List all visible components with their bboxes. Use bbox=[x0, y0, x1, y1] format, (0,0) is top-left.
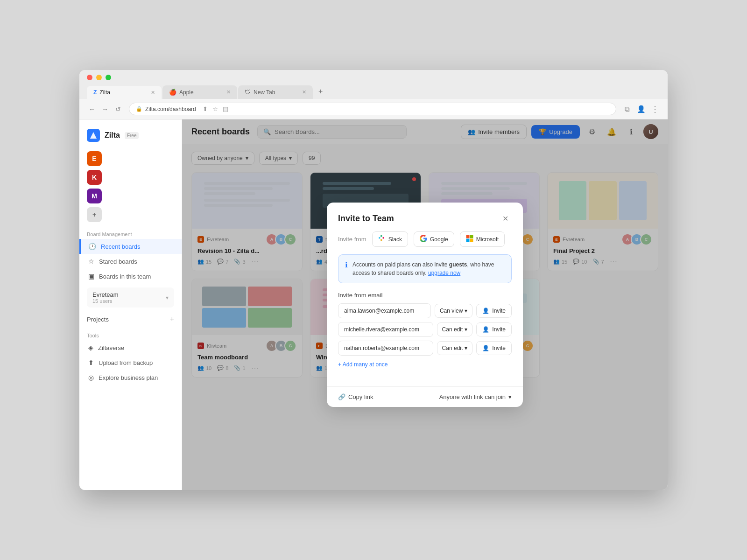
tab-zilta[interactable]: Z Zilta ✕ bbox=[87, 86, 162, 99]
link-access-dropdown[interactable]: Anyone with link can join ▾ bbox=[439, 393, 512, 400]
share-icon[interactable]: ⬆ bbox=[203, 105, 208, 112]
tab-apple[interactable]: 🍎 Apple ✕ bbox=[162, 85, 237, 99]
sidebar-item-starred-label: Stared boards bbox=[99, 258, 137, 265]
google-provider-button[interactable]: Google bbox=[414, 231, 454, 247]
add-team-btn[interactable]: + bbox=[87, 207, 102, 222]
tab-apple-close[interactable]: ✕ bbox=[226, 89, 231, 95]
team-e-avatar: E bbox=[87, 151, 102, 166]
sidebar-item-ziltaverse-label: Ziltaverse bbox=[98, 344, 124, 351]
slack-provider-button[interactable]: Slack bbox=[372, 231, 408, 247]
tabs-bar: Z Zilta ✕ 🍎 Apple ✕ 🛡 New Tab ✕ + bbox=[87, 84, 660, 99]
url-text: Zilta.com/dashboard bbox=[145, 106, 196, 112]
invite-email-input-2[interactable] bbox=[338, 322, 433, 337]
modal-body: Invite from bbox=[327, 231, 523, 386]
invite-person-icon-1: 👤 bbox=[482, 308, 489, 314]
sidebar-item-recent-label: Recent boards bbox=[101, 243, 141, 250]
slack-icon bbox=[378, 235, 386, 244]
sidebar-item-ziltaverse[interactable]: ◈ Ziltaverse bbox=[79, 340, 182, 355]
link-icon: 🔗 bbox=[338, 393, 345, 400]
add-many-button[interactable]: + Add many at once bbox=[338, 359, 512, 370]
window-controls bbox=[87, 75, 660, 80]
star-icon[interactable]: ☆ bbox=[212, 105, 218, 112]
tab-apple-label: Apple bbox=[179, 89, 194, 96]
new-tab-button[interactable]: + bbox=[314, 84, 327, 99]
invite-action-label-1: Invite bbox=[492, 308, 506, 314]
permission-label-1: Can view bbox=[440, 308, 463, 314]
microsoft-label: Microsoft bbox=[476, 236, 499, 243]
team-name: Evreteam bbox=[92, 291, 119, 298]
invite-action-label-3: Invite bbox=[492, 345, 506, 351]
svg-rect-4 bbox=[466, 235, 469, 238]
explore-icon: ◎ bbox=[88, 374, 94, 381]
info-icon: ℹ bbox=[345, 261, 348, 269]
permission-dropdown-3[interactable]: Can edit ▾ bbox=[437, 341, 473, 355]
microsoft-provider-button[interactable]: Microsoft bbox=[460, 231, 505, 247]
svg-rect-5 bbox=[470, 235, 473, 238]
minimize-dot[interactable] bbox=[96, 75, 102, 80]
sidebar-item-team-label: Boards in this team bbox=[99, 273, 151, 280]
invite-action-button-1[interactable]: 👤 Invite bbox=[476, 304, 512, 318]
back-button[interactable]: ← bbox=[87, 104, 97, 114]
invite-action-label-2: Invite bbox=[492, 326, 506, 333]
close-dot[interactable] bbox=[87, 75, 92, 80]
tab-newtab[interactable]: 🛡 New Tab ✕ bbox=[238, 85, 313, 99]
microsoft-icon bbox=[466, 235, 473, 244]
permission-chevron-3: ▾ bbox=[465, 345, 467, 351]
sidebar-icon[interactable]: ▤ bbox=[223, 105, 228, 112]
ziltaverse-icon: ◈ bbox=[88, 344, 93, 351]
sidebar-item-team[interactable]: ▣ Boards in this team bbox=[79, 269, 182, 284]
sidebar: Zilta Free E K M + Board Management bbox=[79, 119, 182, 490]
permission-dropdown-2[interactable]: Can edit ▾ bbox=[437, 322, 473, 336]
invite-email-input-1[interactable] bbox=[338, 303, 431, 318]
team-e-row[interactable]: E bbox=[87, 151, 174, 166]
browser-tools: ⧉ 👤 ⋮ bbox=[622, 104, 660, 114]
user-profile-icon[interactable]: 👤 bbox=[636, 104, 646, 114]
copy-link-label: Copy link bbox=[348, 393, 373, 400]
nav-buttons: ← → ↺ bbox=[87, 104, 123, 114]
svg-rect-6 bbox=[466, 239, 469, 242]
star-nav-icon: ☆ bbox=[88, 258, 94, 265]
sidebar-brand: Zilta Free bbox=[79, 125, 182, 146]
info-bold: guests bbox=[449, 261, 467, 268]
tab-zilta-label: Zilta bbox=[99, 89, 110, 96]
copy-link-button[interactable]: 🔗 Copy link bbox=[338, 393, 373, 400]
team-users: 15 users bbox=[92, 298, 119, 304]
sidebar-projects: Projects + bbox=[87, 315, 174, 323]
invite-email-input-3[interactable] bbox=[338, 341, 433, 356]
newtab-favicon: 🛡 bbox=[245, 89, 251, 96]
add-project-button[interactable]: + bbox=[170, 315, 174, 323]
permission-dropdown-1[interactable]: Can view ▾ bbox=[435, 304, 472, 318]
invite-action-button-2[interactable]: 👤 Invite bbox=[476, 322, 512, 336]
sidebar-item-starred[interactable]: ☆ Stared boards bbox=[79, 254, 182, 269]
sidebar-item-upload-label: Upload from backup bbox=[99, 359, 153, 366]
invite-action-button-3[interactable]: 👤 Invite bbox=[476, 341, 512, 355]
tab-zilta-close[interactable]: ✕ bbox=[151, 90, 155, 96]
plan-badge: Free bbox=[125, 132, 139, 139]
modal-close-button[interactable]: ✕ bbox=[499, 212, 512, 225]
forward-button[interactable]: → bbox=[100, 104, 110, 114]
team-m-row[interactable]: M bbox=[87, 189, 174, 203]
menu-icon[interactable]: ⋮ bbox=[650, 104, 660, 114]
google-label: Google bbox=[430, 236, 448, 243]
modal-overlay[interactable]: Invite to Team ✕ Invite from bbox=[182, 119, 668, 490]
sidebar-team-selector[interactable]: Evreteam 15 users ▾ bbox=[87, 287, 174, 308]
extensions-icon[interactable]: ⧉ bbox=[622, 104, 632, 114]
upgrade-link[interactable]: upgrade now bbox=[428, 270, 460, 276]
svg-rect-3 bbox=[382, 237, 384, 239]
app-name: Zilta bbox=[105, 131, 120, 140]
permission-label-3: Can edit bbox=[442, 345, 463, 351]
refresh-button[interactable]: ↺ bbox=[113, 104, 123, 114]
team-k-row[interactable]: K bbox=[87, 170, 174, 185]
sidebar-item-upload[interactable]: ⬆ Upload from backup bbox=[79, 355, 182, 370]
tab-newtab-close[interactable]: ✕ bbox=[302, 89, 306, 95]
link-access-label: Anyone with link can join bbox=[439, 393, 506, 400]
sidebar-item-recent[interactable]: 🕐 Recent boards bbox=[79, 239, 182, 254]
url-bar[interactable]: 🔒 Zilta.com/dashboard ⬆ ☆ ▤ bbox=[129, 103, 616, 115]
google-icon bbox=[420, 235, 427, 244]
team-k-avatar: K bbox=[87, 170, 102, 185]
sidebar-item-explore[interactable]: ◎ Explore business plan bbox=[79, 370, 182, 385]
browser-window: Z Zilta ✕ 🍎 Apple ✕ 🛡 New Tab ✕ + ← → ↺ bbox=[79, 70, 668, 490]
maximize-dot[interactable] bbox=[106, 75, 111, 80]
recent-icon: 🕐 bbox=[88, 243, 96, 250]
add-team-row[interactable]: + bbox=[87, 207, 174, 222]
